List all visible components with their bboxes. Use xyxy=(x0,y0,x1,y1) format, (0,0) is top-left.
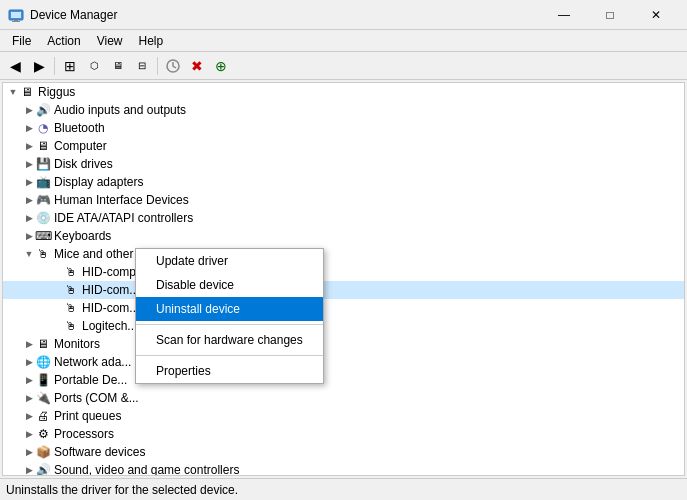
expand-icon: ▶ xyxy=(23,122,35,134)
item-label: Print queues xyxy=(54,409,121,423)
maximize-button[interactable]: □ xyxy=(587,0,633,30)
list-item[interactable]: ▶ 🔊 Sound, video and game controllers xyxy=(3,461,684,476)
display-button[interactable]: ⊟ xyxy=(131,55,153,77)
expand-icon: ▶ xyxy=(23,104,35,116)
ide-icon: 💿 xyxy=(35,210,51,226)
remove-button[interactable]: ✖ xyxy=(186,55,208,77)
list-item[interactable]: ▶ 💾 Disk drives xyxy=(3,155,684,173)
window-controls[interactable]: — □ ✕ xyxy=(541,0,679,30)
list-item[interactable]: ▶ 🔌 Ports (COM &... xyxy=(3,389,684,407)
root-label: Riggus xyxy=(38,85,75,99)
ctx-separator-1 xyxy=(136,324,323,325)
item-label: HID-com... xyxy=(82,301,139,315)
list-item[interactable]: 🖱 HID-compliant mouse xyxy=(3,263,684,281)
ports-icon: 🔌 xyxy=(35,390,51,406)
list-item[interactable]: ▶ ⚙ Processors xyxy=(3,425,684,443)
list-item[interactable]: ▶ 📱 Portable De... xyxy=(3,371,684,389)
main-content: ▼ 🖥 Riggus ▶ 🔊 Audio inputs and outputs … xyxy=(0,80,687,478)
menu-action[interactable]: Action xyxy=(39,32,88,50)
expand-icon: ▶ xyxy=(23,176,35,188)
item-label: Audio inputs and outputs xyxy=(54,103,186,117)
mouse-icon: 🖱 xyxy=(35,246,51,262)
list-item[interactable]: ▶ 🔊 Audio inputs and outputs xyxy=(3,101,684,119)
update-button[interactable]: ⊕ xyxy=(210,55,232,77)
forward-button[interactable]: ▶ xyxy=(28,55,50,77)
ctx-update-driver[interactable]: Update driver xyxy=(136,249,323,273)
computer-icon: 🖥 xyxy=(35,138,51,154)
selected-tree-item[interactable]: 🖱 HID-com... xyxy=(3,281,684,299)
ctx-properties[interactable]: Properties xyxy=(136,359,323,383)
app-icon xyxy=(8,7,24,23)
ctx-separator-2 xyxy=(136,355,323,356)
expand-icon: ▶ xyxy=(23,392,35,404)
item-label: Display adapters xyxy=(54,175,143,189)
menu-help[interactable]: Help xyxy=(131,32,172,50)
mouse-device-icon: 🖱 xyxy=(63,282,79,298)
item-label: Disk drives xyxy=(54,157,113,171)
list-item[interactable]: ▶ 🎮 Human Interface Devices xyxy=(3,191,684,209)
back-button[interactable]: ◀ xyxy=(4,55,26,77)
expand-icon: ▶ xyxy=(23,212,35,224)
keyboard-icon: ⌨ xyxy=(35,228,51,244)
list-item[interactable]: ▶ ⌨ Keyboards xyxy=(3,227,684,245)
print-icon: 🖨 xyxy=(35,408,51,424)
list-item[interactable]: 🖱 Logitech... xyxy=(3,317,684,335)
minimize-button[interactable]: — xyxy=(541,0,587,30)
sound-icon: 🔊 xyxy=(35,462,51,476)
list-item[interactable]: ▶ 🖥 Computer xyxy=(3,137,684,155)
list-item[interactable]: 🖱 HID-com... xyxy=(3,299,684,317)
item-label: IDE ATA/ATAPI controllers xyxy=(54,211,193,225)
ctx-uninstall-device[interactable]: Uninstall device xyxy=(136,297,323,321)
item-label: Portable De... xyxy=(54,373,127,387)
expand-icon: ▶ xyxy=(23,428,35,440)
list-item[interactable]: ▶ 🖨 Print queues xyxy=(3,407,684,425)
window-title: Device Manager xyxy=(30,8,541,22)
mouse-device-icon: 🖱 xyxy=(63,264,79,280)
item-label: Processors xyxy=(54,427,114,441)
expand-icon xyxy=(51,302,63,314)
list-item[interactable]: ▶ 📦 Software devices xyxy=(3,443,684,461)
device-button[interactable]: 🖥 xyxy=(107,55,129,77)
ctx-scan-hardware[interactable]: Scan for hardware changes xyxy=(136,328,323,352)
menu-file[interactable]: File xyxy=(4,32,39,50)
status-text: Uninstalls the driver for the selected d… xyxy=(6,483,238,497)
list-item[interactable]: ▶ 📺 Display adapters xyxy=(3,173,684,191)
monitor-icon: 🖥 xyxy=(35,336,51,352)
item-label: Sound, video and game controllers xyxy=(54,463,239,476)
list-item[interactable]: ▼ 🖱 Mice and other pointing devices xyxy=(3,245,684,263)
expand-icon: ▶ xyxy=(23,446,35,458)
expand-icon xyxy=(51,284,63,296)
item-label: Keyboards xyxy=(54,229,111,243)
item-label: Computer xyxy=(54,139,107,153)
item-label: Monitors xyxy=(54,337,100,351)
disk-icon: 💾 xyxy=(35,156,51,172)
item-label: Software devices xyxy=(54,445,145,459)
bluetooth-icon: ◔ xyxy=(35,120,51,136)
expand-icon: ▶ xyxy=(23,140,35,152)
item-label: Human Interface Devices xyxy=(54,193,189,207)
ctx-disable-device[interactable]: Disable device xyxy=(136,273,323,297)
toolbar: ◀ ▶ ⊞ ⬡ 🖥 ⊟ ✖ ⊕ xyxy=(0,52,687,80)
item-label: Network ada... xyxy=(54,355,131,369)
list-item[interactable]: ▶ 🌐 Network ada... xyxy=(3,353,684,371)
list-item[interactable]: ▶ 💿 IDE ATA/ATAPI controllers xyxy=(3,209,684,227)
status-bar: Uninstalls the driver for the selected d… xyxy=(0,478,687,500)
driver-button[interactable]: ⬡ xyxy=(83,55,105,77)
svg-rect-1 xyxy=(11,12,21,18)
menu-bar: File Action View Help xyxy=(0,30,687,52)
audio-icon: 🔊 xyxy=(35,102,51,118)
tree-root[interactable]: ▼ 🖥 Riggus xyxy=(3,83,684,101)
item-label: Bluetooth xyxy=(54,121,105,135)
scan-button[interactable] xyxy=(162,55,184,77)
expand-icon xyxy=(51,266,63,278)
list-item[interactable]: ▶ 🖥 Monitors xyxy=(3,335,684,353)
menu-view[interactable]: View xyxy=(89,32,131,50)
hid-icon: 🎮 xyxy=(35,192,51,208)
device-tree[interactable]: ▼ 🖥 Riggus ▶ 🔊 Audio inputs and outputs … xyxy=(2,82,685,476)
expand-icon: ▶ xyxy=(23,338,35,350)
close-button[interactable]: ✕ xyxy=(633,0,679,30)
properties-button[interactable]: ⊞ xyxy=(59,55,81,77)
list-item[interactable]: ▶ ◔ Bluetooth xyxy=(3,119,684,137)
context-menu: Update driver Disable device Uninstall d… xyxy=(135,248,324,384)
title-bar: Device Manager — □ ✕ xyxy=(0,0,687,30)
